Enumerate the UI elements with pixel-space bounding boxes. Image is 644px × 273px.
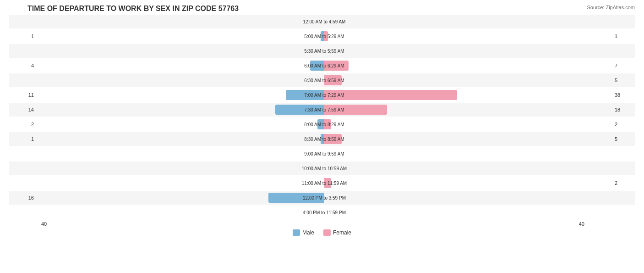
time-label: 9:00 AM to 9:59 AM	[304, 151, 344, 156]
female-bar-container	[324, 105, 387, 115]
table-row: 4:00 PM to 11:59 PM	[9, 206, 635, 219]
bar-group: 9:00 AM to 9:59 AM	[37, 147, 612, 161]
male-bar	[321, 134, 324, 144]
time-label: 4:00 PM to 11:59 PM	[303, 210, 346, 215]
table-row: 1 5:00 AM to 5:29 AM 1	[9, 29, 635, 43]
x-axis-labels: 40 40	[9, 220, 635, 227]
table-row: 12:00 AM to 4:59 AM	[9, 15, 635, 28]
female-bar	[324, 31, 328, 41]
table-row: 16 12:00 PM to 3:59 PM	[9, 191, 635, 205]
male-bar-container	[275, 105, 324, 115]
bar-group: 6:00 AM to 6:29 AM	[37, 59, 612, 72]
female-bar-container	[324, 31, 328, 41]
legend-male: Male	[293, 229, 314, 236]
female-bar	[324, 90, 457, 100]
female-bar	[324, 61, 349, 71]
source-text: Source: ZipAtlas.com	[587, 5, 635, 10]
male-swatch	[293, 229, 300, 236]
bar-group: 10:00 AM to 10:59 AM	[37, 162, 612, 175]
chart-title: TIME OF DEPARTURE TO WORK BY SEX IN ZIP …	[9, 5, 635, 13]
female-bar-container	[324, 75, 342, 85]
female-label: Female	[333, 229, 351, 236]
bar-group: 11:00 AM to 11:59 AM	[37, 176, 612, 190]
bar-group: 8:30 AM to 8:59 AM	[37, 132, 612, 146]
male-bar-container	[310, 61, 324, 71]
table-row: 11 7:00 AM to 7:29 AM 38	[9, 88, 635, 102]
female-value: 5	[612, 136, 635, 142]
bar-group: 8:00 AM to 8:29 AM	[37, 117, 612, 131]
male-bar-container	[268, 193, 324, 203]
time-label: 12:00 AM to 4:59 AM	[303, 19, 346, 24]
bar-group: 6:30 AM to 6:59 AM	[37, 73, 612, 87]
female-bar-container	[324, 134, 342, 144]
female-bar-container	[324, 119, 331, 129]
female-bar	[324, 105, 387, 115]
bar-group: 7:30 AM to 7:59 AM	[37, 103, 612, 117]
x-axis-left: 40	[41, 221, 47, 227]
male-bar	[310, 61, 324, 71]
bar-group: 4:00 PM to 11:59 PM	[37, 206, 612, 219]
female-value: 1	[612, 33, 635, 39]
male-value: 14	[9, 107, 37, 112]
male-value: 2	[9, 122, 37, 127]
table-row: 14 7:30 AM to 7:59 AM 18	[9, 103, 635, 117]
male-bar	[268, 193, 324, 203]
female-bar	[324, 75, 342, 85]
table-row: 6:30 AM to 6:59 AM 5	[9, 73, 635, 87]
chart-area: 12:00 AM to 4:59 AM 1 5:00 AM to 5:29 AM…	[9, 15, 635, 220]
bar-group: 5:00 AM to 5:29 AM	[37, 29, 612, 43]
male-bar-container	[321, 31, 324, 41]
time-label: 10:00 AM to 10:59 AM	[302, 166, 347, 171]
female-value: 18	[612, 107, 635, 112]
male-bar	[286, 90, 324, 100]
female-bar-container	[324, 178, 331, 188]
legend: Male Female	[9, 229, 635, 236]
male-bar	[275, 105, 324, 115]
table-row: 9:00 AM to 9:59 AM	[9, 147, 635, 161]
male-bar	[317, 119, 324, 129]
female-value: 7	[612, 63, 635, 68]
female-value: 38	[612, 92, 635, 98]
bar-group: 12:00 PM to 3:59 PM	[37, 191, 612, 205]
male-bar-container	[321, 134, 324, 144]
male-bar-container	[286, 90, 324, 100]
male-value: 11	[9, 92, 37, 98]
male-value: 16	[9, 195, 37, 201]
female-swatch	[323, 229, 331, 236]
male-value: 4	[9, 63, 37, 68]
table-row: 1 8:30 AM to 8:59 AM 5	[9, 132, 635, 146]
female-bar	[324, 119, 331, 129]
table-row: 5:30 AM to 5:59 AM	[9, 44, 635, 58]
female-bar-container	[324, 90, 457, 100]
female-bar-container	[324, 61, 349, 71]
male-label: Male	[302, 229, 314, 236]
table-row: 11:00 AM to 11:59 AM 2	[9, 176, 635, 190]
male-bar	[321, 31, 324, 41]
female-value: 2	[612, 122, 635, 127]
male-value: 1	[9, 136, 37, 142]
bar-group: 12:00 AM to 4:59 AM	[37, 15, 612, 28]
legend-female: Female	[323, 229, 351, 236]
chart-container: TIME OF DEPARTURE TO WORK BY SEX IN ZIP …	[0, 0, 644, 273]
female-value: 5	[612, 78, 635, 83]
female-value: 2	[612, 180, 635, 186]
x-axis-right: 40	[579, 221, 584, 227]
male-value: 1	[9, 33, 37, 39]
table-row: 10:00 AM to 10:59 AM	[9, 162, 635, 175]
male-bar-container	[317, 119, 324, 129]
table-row: 4 6:00 AM to 6:29 AM 7	[9, 59, 635, 72]
female-bar	[324, 134, 342, 144]
time-label: 5:30 AM to 5:59 AM	[304, 49, 344, 54]
table-row: 2 8:00 AM to 8:29 AM 2	[9, 117, 635, 131]
bar-group: 7:00 AM to 7:29 AM	[37, 88, 612, 102]
bar-group: 5:30 AM to 5:59 AM	[37, 44, 612, 58]
female-bar	[324, 178, 331, 188]
